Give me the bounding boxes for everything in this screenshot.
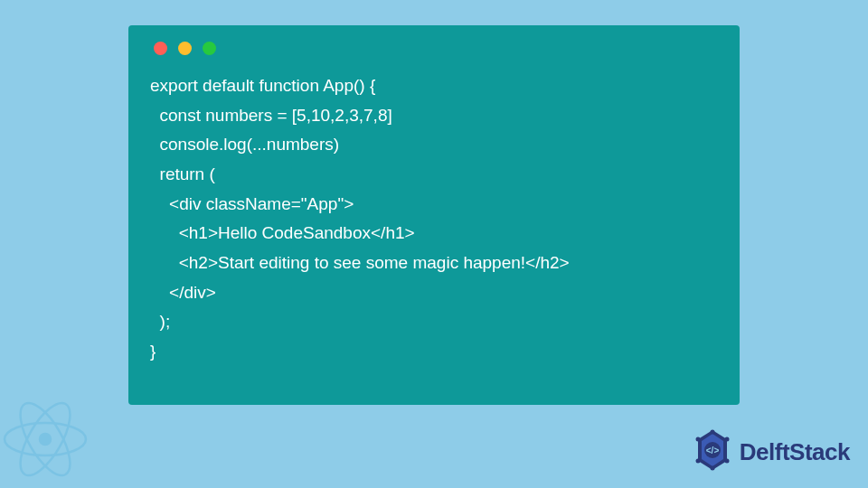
svg-point-9	[724, 437, 729, 442]
minimize-icon	[178, 42, 192, 55]
svg-point-11	[710, 466, 714, 471]
brand-name: DelftStack	[740, 438, 850, 466]
background-decoration	[0, 385, 127, 488]
code-window: export default function App() { const nu…	[128, 25, 740, 405]
svg-point-8	[710, 430, 714, 435]
close-icon	[154, 42, 167, 55]
svg-text:</>: </>	[706, 446, 720, 455]
window-controls	[150, 42, 718, 55]
maximize-icon	[203, 42, 216, 55]
svg-point-10	[724, 459, 729, 464]
svg-point-3	[40, 434, 51, 445]
svg-point-13	[695, 437, 700, 442]
brand-logo-icon: </>	[691, 428, 734, 475]
svg-point-12	[695, 459, 700, 464]
code-content: export default function App() { const nu…	[150, 71, 718, 367]
brand-watermark: </> DelftStack	[691, 428, 850, 475]
